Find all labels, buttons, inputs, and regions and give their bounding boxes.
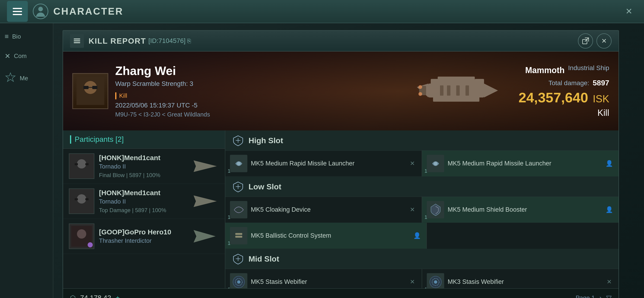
copy-icon[interactable]: ⎘ — [187, 37, 191, 45]
svg-rect-27 — [75, 163, 78, 165]
mid-slot-icon — [232, 253, 244, 264]
sidebar-item-combat[interactable]: ✕ Com — [0, 47, 53, 65]
high-slot-title: High Slot — [248, 136, 283, 145]
svg-point-18 — [418, 85, 422, 89]
svg-rect-23 — [466, 85, 469, 96]
high-slot-item-1-count: 1 — [228, 168, 230, 174]
kill-result: Kill — [518, 108, 609, 118]
sidebar-combat-label: Com — [14, 53, 27, 60]
mid-slot-item-1-count: 1 — [228, 286, 230, 288]
participant-row-3: [GOOP]GoPro Hero10 Thrasher Interdictor — [63, 219, 225, 254]
participant-info-3: [GOOP]GoPro Hero10 Thrasher Interdictor — [99, 228, 186, 244]
participant-info-2: [HONK]Mend1cant Tornado II Top Damage | … — [99, 189, 186, 213]
window-menu-button[interactable] — [70, 34, 84, 48]
low-slot-item-2[interactable]: 1 MK5 Medium Shield Booster 👤 — [422, 197, 618, 223]
ship-image — [410, 65, 502, 117]
low-slot-item-1[interactable]: 1 MK5 Cloaking Device ✕ — [225, 197, 422, 223]
participant-avatar-2 — [69, 188, 94, 214]
low-slot-item-1-img — [230, 201, 247, 218]
mid-slot-header: Mid Slot — [225, 249, 618, 269]
isk-value: 24,357,640 — [518, 90, 588, 106]
window-close-button[interactable]: ✕ — [596, 34, 612, 49]
page-info: Page 1 — [576, 294, 594, 298]
participant-name-3: [GOOP]GoPro Hero10 — [99, 228, 186, 236]
low-slot-item-1-destroy[interactable]: ✕ — [408, 205, 417, 214]
low-slot-item-2-name: MK5 Medium Shield Booster — [448, 206, 601, 213]
menu-button[interactable] — [7, 1, 28, 22]
high-slot-item-1-destroy[interactable]: ✕ — [408, 159, 417, 168]
filter-icon[interactable]: ▽ — [606, 294, 612, 298]
kill-hero: Zhang Wei Warp Scramble Strength: 3 Kill… — [63, 52, 618, 130]
svg-rect-21 — [447, 85, 450, 96]
wallet-plus-button[interactable]: + — [116, 294, 120, 298]
menu-icon — [13, 8, 22, 15]
svg-rect-54 — [235, 236, 242, 238]
top-close-button[interactable]: ✕ — [621, 3, 637, 20]
sidebar-item-bio[interactable]: ≡ Bio — [0, 28, 53, 45]
window-actions: ✕ — [578, 34, 612, 49]
bottom-bar: ⬡ 74,178.42 + Page 1 › ▽ — [63, 288, 618, 298]
window-id: [ID:7104576] — [148, 37, 186, 45]
mid-slot-item-2-name: MK3 Stasis Webifier — [448, 278, 601, 285]
svg-rect-34 — [75, 198, 78, 200]
external-link-button[interactable] — [578, 34, 593, 49]
sidebar-item-medals[interactable]: Me — [0, 67, 53, 90]
participants-header: Participants [2] — [63, 130, 225, 149]
kill-stats: Mammoth Industrial Ship Total damage: 58… — [518, 64, 609, 118]
svg-point-62 — [434, 280, 437, 283]
content-split: Participants [2] — [63, 130, 618, 288]
low-slot-item3-row: 1 MK5 Ballistic Control System 👤 — [225, 223, 618, 249]
low-slot-items: 1 MK5 Cloaking Device ✕ — [225, 197, 618, 223]
top-bar: CHARACTER ✕ — [0, 0, 644, 23]
svg-point-59 — [237, 280, 240, 283]
participants-title: Participants [2] — [70, 135, 218, 144]
empty-slot-placeholder — [426, 223, 618, 249]
kill-label: Kill — [119, 92, 127, 99]
bottom-right: Page 1 › ▽ — [576, 294, 612, 298]
participant-name-1: [HONK]Mend1cant — [99, 154, 186, 162]
svg-rect-42 — [200, 235, 208, 238]
high-slot-item-1[interactable]: 1 MK5 Medium Rapid Missile Launcher ✕ — [225, 151, 422, 177]
window-titlebar: KILL REPORT [ID:7104576] ⎘ ✕ — [63, 31, 618, 52]
mid-slot-item-2[interactable]: 1 MK3 Stasis Webifier ✕ — [422, 269, 618, 288]
slots-panel: High Slot 1 MK5 Med — [225, 130, 618, 288]
low-slot-item-3[interactable]: 1 MK5 Ballistic Control System 👤 — [225, 223, 426, 249]
total-damage-value: 5897 — [593, 79, 609, 87]
high-slot-item-1-img — [230, 155, 247, 172]
participant-ship-img-1 — [191, 158, 219, 174]
mid-slot-item-1-destroy[interactable]: ✕ — [408, 277, 417, 287]
svg-rect-16 — [475, 79, 484, 85]
svg-point-39 — [77, 229, 86, 239]
participant-ship-2: Tornado II — [99, 198, 186, 205]
participant-ship-1: Tornado II — [99, 163, 186, 170]
high-slot-item-2[interactable]: 1 MK5 Medium Rapid Missile Launcher 👤 — [422, 151, 618, 177]
high-slot-item-2-img — [427, 155, 444, 172]
pilot-warp-scramble: Warp Scramble Strength: 3 — [115, 80, 210, 88]
mid-slot-item-2-destroy[interactable]: ✕ — [604, 277, 614, 287]
ship-type: Industrial Ship — [568, 64, 609, 72]
svg-rect-28 — [85, 163, 88, 165]
mid-slot-item-1-name: MK5 Stasis Webifier — [251, 278, 404, 285]
svg-rect-35 — [85, 198, 88, 200]
page-arrow-button[interactable]: › — [600, 294, 602, 298]
mid-slot-title: Mid Slot — [248, 254, 279, 263]
svg-rect-53 — [235, 233, 242, 235]
pilot-face — [73, 74, 108, 108]
mid-slot-item-1[interactable]: 1 MK5 Stasis Webifier ✕ — [225, 269, 422, 288]
svg-rect-33 — [72, 206, 91, 212]
participant-ship-3: Thrasher Interdictor — [99, 237, 186, 244]
low-slot-item-2-img — [427, 201, 444, 218]
kill-indicator-bar — [115, 92, 116, 99]
low-slot-item-2-person[interactable]: 👤 — [604, 205, 614, 214]
kill-location: M9U-75 < I3-2J0 < Great Wildlands — [115, 111, 210, 118]
kill-report-window: KILL REPORT [ID:7104576] ⎘ ✕ — [62, 30, 619, 298]
mid-slot-item-1-img — [230, 273, 247, 288]
close-icon: ✕ — [601, 37, 607, 45]
low-slot-item-3-person[interactable]: 👤 — [412, 231, 422, 240]
high-slot-item-2-count: 1 — [424, 168, 427, 174]
high-slot-item-2-name: MK5 Medium Rapid Missile Launcher — [448, 160, 601, 167]
high-slot-item-2-person[interactable]: 👤 — [604, 159, 614, 168]
pilot-name: Zhang Wei — [115, 64, 210, 78]
svg-marker-11 — [484, 84, 498, 98]
top-title: CHARACTER — [53, 6, 123, 17]
